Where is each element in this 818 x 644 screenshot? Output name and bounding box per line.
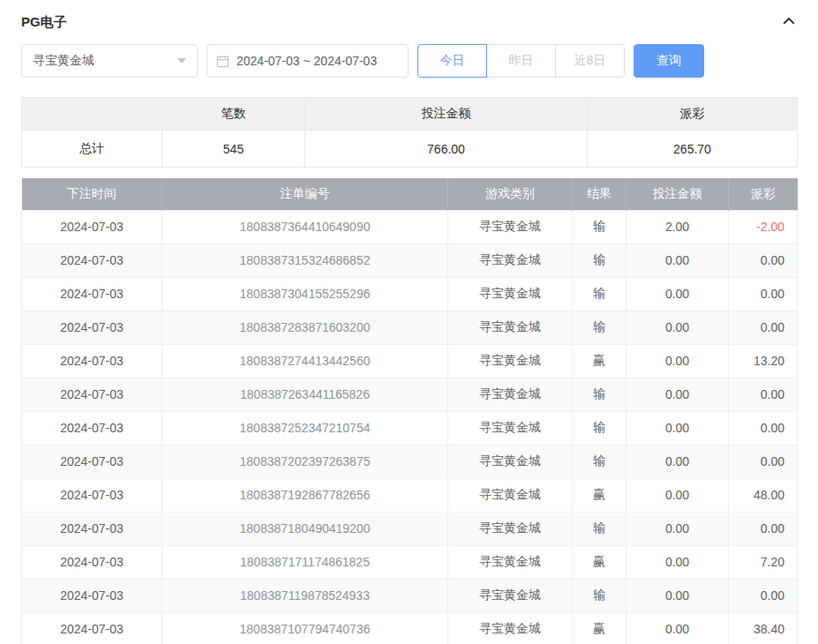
cell-order-id: 1808387364410649090	[162, 210, 448, 243]
cell-game-type: 寻宝黄金城	[448, 612, 573, 644]
cell-result: 输	[573, 512, 627, 545]
cell-result: 输	[573, 411, 627, 445]
table-row: 2024-07-03 1808387274413442560 寻宝黄金城 赢 0…	[22, 344, 798, 378]
summary-total-row: 总计 545 766.00 265.70	[22, 131, 798, 168]
cell-bet-time: 2024-07-03	[22, 478, 162, 512]
cell-game-type: 寻宝黄金城	[448, 545, 573, 579]
cell-bet-time: 2024-07-03	[22, 243, 162, 277]
cell-result: 输	[573, 277, 627, 311]
cell-bet-amount: 0.00	[627, 579, 729, 612]
cell-order-id: 1808387180490419200	[162, 512, 448, 545]
cell-result: 输	[573, 378, 627, 411]
cell-payout: 0.00	[729, 311, 798, 344]
cell-result: 赢	[573, 478, 627, 512]
chevron-down-icon	[177, 58, 186, 64]
cell-game-type: 寻宝黄金城	[448, 210, 573, 243]
cell-payout: 0.00	[729, 277, 798, 311]
filter-bar: 寻宝黄金城 2024-07-03 ~ 2024-07-03 今日 昨日 近8日 …	[21, 44, 797, 78]
cell-result: 输	[573, 579, 627, 612]
cell-bet-time: 2024-07-03	[22, 579, 162, 612]
cell-result: 赢	[573, 344, 627, 378]
cell-game-type: 寻宝黄金城	[448, 512, 573, 545]
cell-bet-time: 2024-07-03	[22, 612, 162, 644]
table-row: 2024-07-03 1808387107794740736 寻宝黄金城 赢 0…	[22, 612, 798, 644]
header-payout: 派彩	[729, 178, 798, 210]
calendar-icon	[216, 55, 229, 68]
summary-total-count: 545	[162, 131, 305, 168]
table-row: 2024-07-03 1808387171174861825 寻宝黄金城 赢 0…	[22, 545, 798, 579]
cell-bet-time: 2024-07-03	[22, 411, 162, 445]
cell-bet-amount: 0.00	[627, 411, 729, 445]
cell-game-type: 寻宝黄金城	[448, 378, 573, 411]
cell-result: 输	[573, 445, 627, 478]
cell-bet-amount: 2.00	[627, 210, 729, 243]
cell-payout: 13.20	[729, 344, 798, 378]
table-row: 2024-07-03 1808387192867782656 寻宝黄金城 赢 0…	[22, 478, 798, 512]
cell-payout: 0.00	[729, 411, 798, 445]
cell-bet-amount: 0.00	[627, 344, 729, 378]
chevron-up-icon	[781, 13, 797, 32]
table-row: 2024-07-03 1808387180490419200 寻宝黄金城 输 0…	[22, 512, 798, 545]
cell-bet-time: 2024-07-03	[22, 277, 162, 311]
cell-payout: 48.00	[729, 478, 798, 512]
cell-game-type: 寻宝黄金城	[448, 445, 573, 478]
game-select[interactable]: 寻宝黄金城	[21, 44, 198, 78]
records-panel: PG电子 寻宝黄金城 2024-07-03 ~ 2024-07-03 今日 昨日…	[0, 0, 818, 644]
cell-game-type: 寻宝黄金城	[448, 311, 573, 344]
cell-bet-amount: 0.00	[627, 478, 729, 512]
cell-bet-time: 2024-07-03	[22, 445, 162, 478]
cell-game-type: 寻宝黄金城	[448, 411, 573, 445]
cell-order-id: 1808387192867782656	[162, 478, 448, 512]
summary-header-bet: 投注金额	[305, 98, 588, 131]
table-row: 2024-07-03 1808387364410649090 寻宝黄金城 输 2…	[22, 210, 798, 243]
cell-bet-amount: 0.00	[627, 545, 729, 579]
table-row: 2024-07-03 1808387304155255296 寻宝黄金城 输 0…	[22, 277, 798, 311]
cell-bet-time: 2024-07-03	[22, 512, 162, 545]
cell-order-id: 1808387283871603200	[162, 311, 448, 344]
cell-game-type: 寻宝黄金城	[448, 478, 573, 512]
last-8-days-button[interactable]: 近8日	[555, 44, 625, 78]
cell-payout: 0.00	[729, 243, 798, 277]
cell-payout: 7.20	[729, 545, 798, 579]
cell-game-type: 寻宝黄金城	[448, 579, 573, 612]
table-row: 2024-07-03 1808387119878524933 寻宝黄金城 输 0…	[22, 579, 798, 612]
cell-bet-amount: 0.00	[627, 311, 729, 344]
panel-title: PG电子	[21, 14, 67, 31]
header-game-type: 游戏类别	[448, 178, 573, 210]
cell-order-id: 1808387119878524933	[162, 579, 448, 612]
summary-header-row: 笔数 投注金额 派彩	[22, 98, 798, 131]
date-range-input[interactable]: 2024-07-03 ~ 2024-07-03	[206, 44, 409, 78]
table-row: 2024-07-03 1808387283871603200 寻宝黄金城 输 0…	[22, 311, 798, 344]
cell-payout: 0.00	[729, 378, 798, 411]
cell-order-id: 1808387171174861825	[162, 545, 448, 579]
summary-total-label: 总计	[22, 131, 162, 168]
cell-order-id: 1808387263441165826	[162, 378, 448, 411]
cell-payout: -2.00	[729, 210, 798, 243]
header-bet-time: 下注时间	[22, 178, 162, 210]
cell-bet-amount: 0.00	[627, 243, 729, 277]
search-button[interactable]: 查询	[634, 44, 704, 78]
cell-order-id: 1808387274413442560	[162, 344, 448, 378]
cell-game-type: 寻宝黄金城	[448, 344, 573, 378]
summary-total-payout: 265.70	[588, 131, 798, 168]
cell-result: 输	[573, 311, 627, 344]
cell-result: 赢	[573, 545, 627, 579]
cell-bet-amount: 0.00	[627, 512, 729, 545]
cell-order-id: 1808387107794740736	[162, 612, 448, 644]
cell-order-id: 1808387315324686852	[162, 243, 448, 277]
today-button[interactable]: 今日	[417, 44, 487, 78]
cell-bet-amount: 0.00	[627, 277, 729, 311]
cell-game-type: 寻宝黄金城	[448, 243, 573, 277]
cell-game-type: 寻宝黄金城	[448, 277, 573, 311]
table-row: 2024-07-03 1808387252347210754 寻宝黄金城 输 0…	[22, 411, 798, 445]
cell-result: 输	[573, 243, 627, 277]
table-row: 2024-07-03 1808387263441165826 寻宝黄金城 输 0…	[22, 378, 798, 411]
cell-bet-time: 2024-07-03	[22, 344, 162, 378]
cell-payout: 38.40	[729, 612, 798, 644]
yesterday-button[interactable]: 昨日	[486, 44, 556, 78]
summary-table: 笔数 投注金额 派彩 总计 545 766.00 265.70	[21, 97, 798, 168]
summary-header-empty	[22, 98, 162, 131]
header-bet-amount: 投注金额	[627, 178, 729, 210]
collapse-button[interactable]	[781, 13, 797, 32]
cell-bet-time: 2024-07-03	[22, 378, 162, 411]
